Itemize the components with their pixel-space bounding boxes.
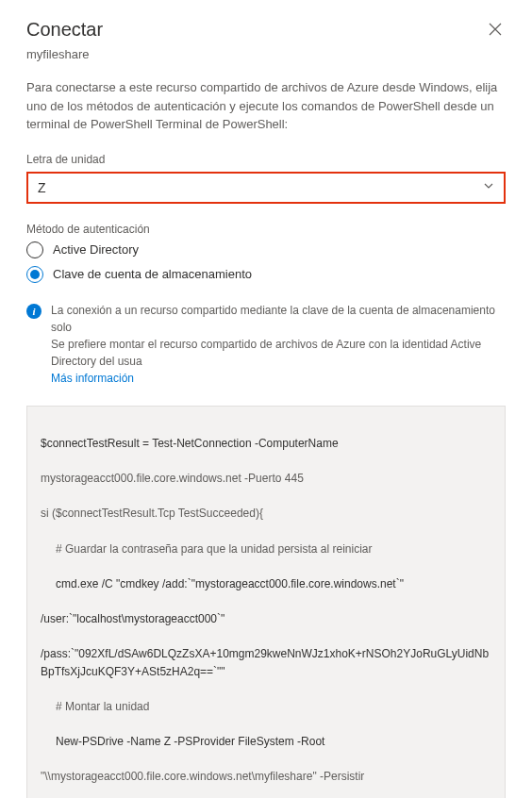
- drive-label: Letra de unidad: [26, 153, 506, 166]
- more-info-link[interactable]: Más información: [51, 372, 134, 385]
- info-box: i La conexión a un recurso compartido me…: [26, 302, 506, 387]
- chevron-down-icon: [483, 180, 494, 194]
- info-text-line1: La conexión a un recurso compartido medi…: [51, 302, 506, 336]
- close-button[interactable]: [485, 19, 506, 43]
- code-text: cmd.exe /C "cmdkey /add:`"mystorageacct0…: [56, 577, 404, 590]
- drive-dropdown-value: Z: [38, 180, 46, 195]
- radio-active-directory[interactable]: Active Directory: [26, 241, 506, 258]
- auth-label: Método de autenticación: [26, 223, 506, 236]
- radio-icon-selected: [26, 266, 43, 283]
- code-text: /user:`"localhost\mystorageacct000`": [41, 612, 224, 625]
- close-icon: [489, 23, 502, 36]
- code-text: $connectTestResult = Test-NetConnection …: [41, 437, 339, 450]
- code-text: mystorageacct000.file.core.windows.net -…: [41, 470, 491, 488]
- drive-dropdown[interactable]: Z: [26, 172, 506, 204]
- code-text: New-PSDrive -Name Z -PSProvider FileSyst…: [56, 735, 324, 748]
- page-title: Conectar: [26, 19, 103, 41]
- code-text: /pass:`"092XfL/dSAw6DLQzZsXA+10mgm29kweN…: [41, 647, 489, 678]
- code-text: "\\mystorageacct000.file.core.windows.ne…: [41, 768, 491, 786]
- auth-radio-group: Active Directory Clave de cuenta de alma…: [26, 241, 506, 283]
- code-block: $connectTestResult = Test-NetConnection …: [26, 406, 506, 799]
- info-icon: i: [26, 304, 42, 319]
- code-comment: # Guardar la contraseña para que la unid…: [41, 540, 491, 558]
- description-text: Para conectarse a este recurso compartid…: [26, 78, 506, 134]
- page-subtitle: myfileshare: [26, 47, 506, 61]
- radio-label: Clave de cuenta de almacenamiento: [53, 267, 252, 281]
- radio-icon: [26, 241, 43, 258]
- info-text-line2: Se prefiere montar el recurso compartido…: [51, 336, 506, 370]
- radio-storage-key[interactable]: Clave de cuenta de almacenamiento: [26, 266, 506, 283]
- code-comment: # Montar la unidad: [41, 698, 491, 716]
- code-text: si ($connectTestResult.Tcp TestSucceeded…: [41, 505, 491, 523]
- radio-label: Active Directory: [53, 242, 139, 257]
